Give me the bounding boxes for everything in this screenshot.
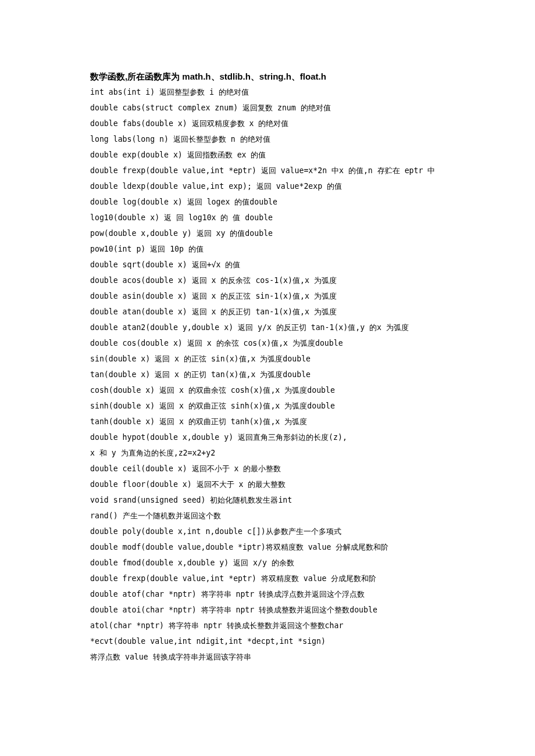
function-line: double sqrt(double x) 返回+√x 的值 [90, 257, 448, 273]
document-page: 数学函数,所在函数库为 math.h、stdlib.h、string.h、flo… [0, 0, 535, 756]
function-line: double asin(double x) 返回 x 的反正弦 sin-1(x)… [90, 288, 448, 304]
function-line: int abs(int i) 返回整型参数 i 的绝对值 [90, 84, 448, 100]
function-line: sinh(double x) 返回 x 的双曲正弦 sinh(x)值,x 为弧度… [90, 398, 448, 414]
function-line: double atan(double x) 返回 x 的反正切 tan-1(x)… [90, 304, 448, 320]
function-line: double fabs(double x) 返回双精度参数 x 的绝对值 [90, 116, 448, 131]
function-line: sin(double x) 返回 x 的正弦 sin(x)值,x 为弧度doub… [90, 351, 448, 367]
function-line: pow10(int p) 返回 10p 的值 [90, 241, 448, 257]
function-line: double frexp(double value,int *eptr) 将双精… [90, 571, 448, 586]
function-line: double acos(double x) 返回 x 的反余弦 cos-1(x)… [90, 273, 448, 288]
function-line: double fmod(double x,double y) 返回 x/y 的余… [90, 555, 448, 571]
function-line: double atof(char *nptr) 将字符串 nptr 转换成浮点数… [90, 586, 448, 602]
function-line: 将浮点数 value 转换成字符串并返回该字符串 [90, 649, 448, 665]
function-line: double log(double x) 返回 logex 的值double [90, 194, 448, 210]
function-list: int abs(int i) 返回整型参数 i 的绝对值double cabs(… [90, 84, 448, 665]
function-line: tanh(double x) 返回 x 的双曲正切 tanh(x)值,x 为弧度 [90, 414, 448, 429]
function-line: pow(double x,double y) 返回 xy 的值double [90, 225, 448, 241]
function-line: double cos(double x) 返回 x 的余弦 cos(x)值,x … [90, 335, 448, 351]
function-line: rand() 产生一个随机数并返回这个数 [90, 508, 448, 524]
function-line: long labs(long n) 返回长整型参数 n 的绝对值 [90, 131, 448, 147]
function-line: double modf(double value,double *iptr)将双… [90, 539, 448, 555]
function-line: tan(double x) 返回 x 的正切 tan(x)值,x 为弧度doub… [90, 367, 448, 382]
function-line: void srand(unsigned seed) 初始化随机数发生器int [90, 492, 448, 508]
function-line: atol(char *nptr) 将字符串 nptr 转换成长整数并返回这个整数… [90, 618, 448, 633]
section-title: 数学函数,所在函数库为 math.h、stdlib.h、string.h、flo… [90, 69, 448, 84]
function-line: double atoi(char *nptr) 将字符串 nptr 转换成整数并… [90, 602, 448, 618]
function-line: cosh(double x) 返回 x 的双曲余弦 cosh(x)值,x 为弧度… [90, 382, 448, 398]
function-line: log10(double x) 返 回 log10x 的 值 double [90, 210, 448, 225]
function-line: x 和 y 为直角边的长度,z2=x2+y2 [90, 445, 448, 461]
function-line: double frexp(double value,int *eptr) 返回 … [90, 163, 448, 178]
function-line: double floor(double x) 返回不大于 x 的最大整数 [90, 476, 448, 492]
function-line: *ecvt(double value,int ndigit,int *decpt… [90, 633, 448, 649]
function-line: double atan2(double y,double x) 返回 y/x 的… [90, 320, 448, 335]
function-line: double poly(double x,int n,double c[])从参… [90, 524, 448, 539]
function-line: double exp(double x) 返回指数函数 ex 的值 [90, 147, 448, 163]
function-line: double ceil(double x) 返回不小于 x 的最小整数 [90, 461, 448, 476]
function-line: double cabs(struct complex znum) 返回复数 zn… [90, 100, 448, 116]
function-line: double ldexp(double value,int exp); 返回 v… [90, 178, 448, 194]
function-line: double hypot(double x,double y) 返回直角三角形斜… [90, 429, 448, 445]
